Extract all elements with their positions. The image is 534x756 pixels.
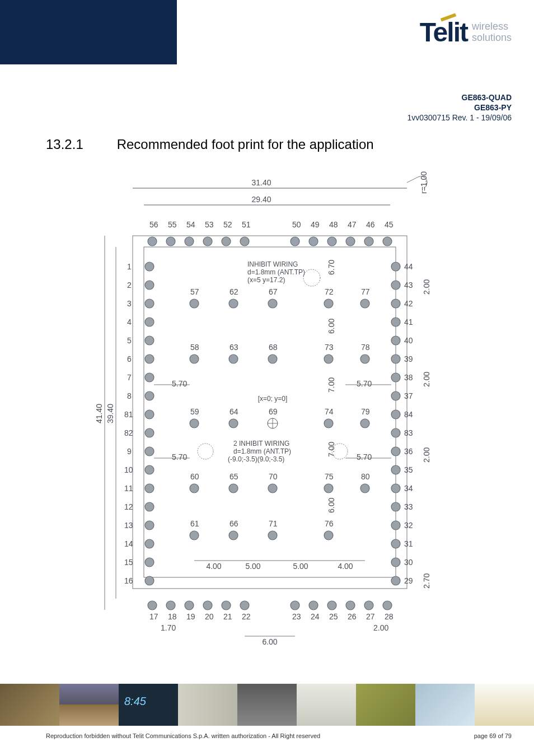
dim-rb: 2.70 <box>422 573 431 588</box>
svg-text:2: 2 <box>127 281 132 290</box>
svg-text:26: 26 <box>348 612 357 621</box>
svg-point-76 <box>391 373 400 382</box>
svg-text:66: 66 <box>229 519 238 528</box>
svg-point-26 <box>383 237 392 246</box>
svg-text:63: 63 <box>229 343 238 352</box>
svg-point-122 <box>383 601 392 610</box>
svg-point-70 <box>391 318 400 326</box>
svg-point-116 <box>327 601 336 610</box>
svg-text:49: 49 <box>311 220 320 229</box>
svg-point-64 <box>391 262 400 271</box>
note-inhibit1-l1: INHIBIT WIRING <box>247 260 298 268</box>
svg-point-158 <box>229 484 238 493</box>
logo-text: Telit <box>420 17 467 47</box>
svg-text:12: 12 <box>124 502 133 511</box>
svg-text:21: 21 <box>223 612 232 621</box>
thumb-8 <box>415 684 475 726</box>
svg-text:4: 4 <box>127 318 132 326</box>
svg-point-4 <box>148 237 157 246</box>
svg-point-175 <box>198 444 213 459</box>
svg-point-62 <box>145 576 154 585</box>
svg-text:73: 73 <box>325 343 334 352</box>
svg-point-104 <box>185 601 194 610</box>
dim-radius: r=1.00 <box>419 171 428 193</box>
svg-text:50: 50 <box>292 220 301 229</box>
svg-text:30: 30 <box>404 558 413 567</box>
thumb-3 <box>119 684 178 726</box>
svg-text:62: 62 <box>229 287 238 296</box>
dim-width-inner: 29.40 <box>251 195 271 204</box>
dim-gap-2: 7.00 <box>327 377 336 392</box>
svg-point-74 <box>391 354 400 363</box>
svg-text:67: 67 <box>269 287 278 296</box>
svg-text:6: 6 <box>127 354 132 363</box>
svg-point-130 <box>324 299 333 308</box>
svg-text:19: 19 <box>186 612 195 621</box>
svg-text:29: 29 <box>404 576 413 585</box>
svg-text:56: 56 <box>149 220 158 229</box>
svg-text:57: 57 <box>190 287 199 296</box>
svg-text:7: 7 <box>127 373 132 382</box>
svg-point-94 <box>391 539 400 548</box>
svg-point-72 <box>391 336 400 345</box>
svg-text:52: 52 <box>223 220 232 229</box>
svg-text:34: 34 <box>404 484 413 493</box>
svg-point-106 <box>203 601 212 610</box>
svg-point-100 <box>148 601 157 610</box>
pads-top: 56 55 54 53 52 51 50 49 48 47 46 45 <box>148 220 394 246</box>
note-origin: [x=0; y=0] <box>258 395 288 403</box>
dim-corner-r: 2.00 <box>373 623 388 632</box>
svg-point-38 <box>145 354 154 363</box>
dim-gap-1: 6.00 <box>327 318 336 333</box>
svg-text:33: 33 <box>404 502 413 511</box>
svg-text:54: 54 <box>186 220 195 229</box>
pads-inner-a: 57 62 67 72 77 <box>190 287 370 308</box>
svg-point-42 <box>145 391 154 400</box>
section-heading: 13.2.1 Recommended foot print for the ap… <box>0 123 534 152</box>
svg-text:13: 13 <box>124 521 133 530</box>
svg-point-12 <box>222 237 231 246</box>
dim-h-inner: 39.40 <box>106 403 115 423</box>
svg-point-84 <box>391 447 400 456</box>
svg-point-92 <box>391 521 400 530</box>
logo-wordmark: Telit <box>420 17 467 48</box>
svg-point-102 <box>166 601 175 610</box>
svg-text:3: 3 <box>127 299 132 308</box>
svg-text:42: 42 <box>404 299 413 308</box>
thumb-6 <box>297 684 356 726</box>
svg-text:59: 59 <box>190 407 199 416</box>
svg-point-20 <box>327 237 336 246</box>
svg-point-124 <box>190 299 199 308</box>
svg-point-138 <box>268 354 277 363</box>
svg-point-112 <box>291 601 299 610</box>
svg-text:24: 24 <box>311 612 320 621</box>
svg-text:23: 23 <box>292 612 301 621</box>
dim-span-br: 5.70 <box>357 452 372 461</box>
svg-point-86 <box>391 465 400 474</box>
svg-point-24 <box>364 237 373 246</box>
svg-point-18 <box>309 237 318 246</box>
svg-text:5: 5 <box>127 336 132 345</box>
section-title: Recommended foot print for the applicati… <box>117 137 374 152</box>
svg-point-140 <box>324 354 333 363</box>
svg-text:27: 27 <box>366 612 375 621</box>
thumb-4 <box>178 684 237 726</box>
svg-text:55: 55 <box>168 220 177 229</box>
svg-text:78: 78 <box>361 343 370 352</box>
doc-title-1: GE863-QUAD <box>0 92 512 102</box>
svg-point-68 <box>391 299 400 308</box>
dim-bs-2: 5.00 <box>293 562 308 571</box>
svg-text:31: 31 <box>404 539 413 548</box>
svg-point-34 <box>145 318 154 326</box>
svg-point-82 <box>391 428 400 437</box>
pads-inner-c: 59 64 69 74 79 <box>190 407 370 428</box>
svg-point-120 <box>364 601 373 610</box>
svg-text:82: 82 <box>124 428 133 437</box>
svg-text:45: 45 <box>385 220 394 229</box>
svg-point-154 <box>360 419 369 428</box>
note-inhibit1-l2: d=1.8mm (ANT.TP) <box>247 268 305 276</box>
svg-point-6 <box>166 237 175 246</box>
svg-point-160 <box>268 484 277 493</box>
pads-inner-b: 58 63 68 73 78 <box>190 343 370 363</box>
svg-point-96 <box>391 558 400 567</box>
